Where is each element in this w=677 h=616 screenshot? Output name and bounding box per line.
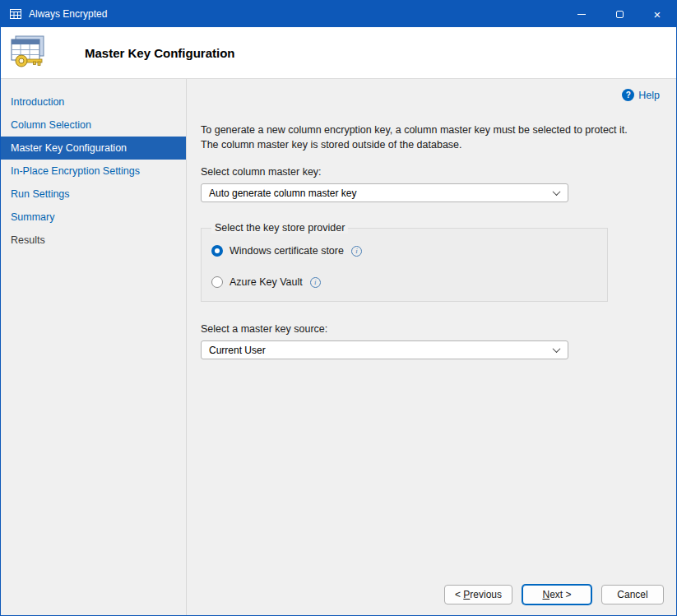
window-title: Always Encrypted [29,8,563,20]
page-title: Master Key Configuration [85,46,235,60]
previous-button-prefix: < [455,589,463,600]
sidebar-item-summary[interactable]: Summary [1,206,186,229]
wizard-header: Master Key Configuration [1,27,676,79]
master-key-source-value: Current User [209,345,266,356]
master-key-source-block: Select a master key source: Current User [201,323,676,359]
master-key-configuration-content: To generate a new column encryption key,… [187,101,676,359]
wizard-steps-sidebar: Introduction Column Selection Master Key… [1,79,187,615]
close-icon: × [654,8,661,21]
radio-button-icon[interactable] [211,245,223,257]
titlebar: Always Encrypted × [1,1,676,27]
radio-button-icon[interactable] [211,276,223,288]
minimize-icon [577,14,586,15]
help-link[interactable]: ? Help [622,89,660,101]
key-store-provider-group-label: Select the key store provider [211,222,348,234]
key-store-provider-group: Select the key store provider Windows ce… [201,222,608,302]
footer-buttons: < Previous Next > Cancel [444,585,664,604]
master-key-source-label: Select a master key source: [201,323,676,335]
sidebar-item-master-key-configuration[interactable]: Master Key Configuration [1,137,186,160]
always-encrypted-window: Always Encrypted × [0,0,677,616]
sidebar-item-introduction[interactable]: Introduction [1,90,186,113]
column-master-key-label: Select column master key: [201,166,676,178]
previous-button[interactable]: < Previous [444,585,512,604]
sidebar-item-results: Results [1,229,186,252]
radio-row-azure-key-vault[interactable]: Azure Key Vault i [211,276,597,288]
next-button-rest: ext > [549,589,571,600]
previous-button-rest: revious [470,589,502,600]
chevron-down-icon [553,345,561,353]
main-panel: ? Help To generate a new column encrypti… [187,79,676,615]
next-button-mnemonic: N [542,589,549,600]
maximize-button[interactable] [600,1,638,27]
description-text: To generate a new column encryption key,… [201,123,645,152]
minimize-button[interactable] [563,1,600,27]
sidebar-item-run-settings[interactable]: Run Settings [1,183,186,206]
sidebar-item-column-selection[interactable]: Column Selection [1,113,186,137]
windows-certificate-store-label: Windows certificate store [230,245,344,257]
maximize-icon [616,11,624,18]
cancel-button[interactable]: Cancel [601,585,664,604]
help-icon: ? [622,89,634,101]
chevron-down-icon [553,188,561,196]
sidebar-item-in-place-encryption-settings[interactable]: In-Place Encryption Settings [1,160,186,183]
radio-row-windows-certificate-store[interactable]: Windows certificate store i [211,245,597,257]
info-icon[interactable]: i [351,246,362,257]
column-master-key-dropdown[interactable]: Auto generate column master key [201,183,568,202]
info-icon[interactable]: i [310,277,321,288]
next-button[interactable]: Next > [522,585,591,604]
close-button[interactable]: × [638,1,676,27]
azure-key-vault-label: Azure Key Vault [230,276,303,288]
help-label: Help [638,90,660,101]
master-key-source-dropdown[interactable]: Current User [201,340,568,359]
wizard-body: Introduction Column Selection Master Key… [1,79,676,615]
table-key-icon [9,35,49,71]
help-row: ? Help [187,79,676,101]
column-master-key-value: Auto generate column master key [209,188,356,199]
window-controls: × [563,1,676,27]
app-icon [9,7,22,21]
